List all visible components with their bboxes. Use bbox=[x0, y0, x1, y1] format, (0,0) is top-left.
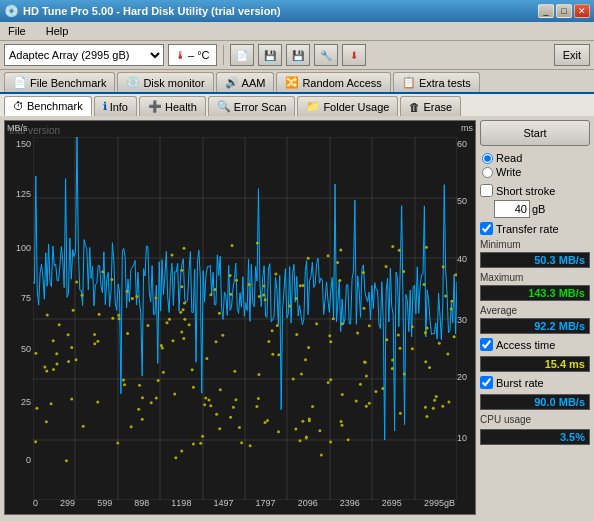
tab-random-access[interactable]: 🔀 Random Access bbox=[276, 72, 390, 92]
y-right-10: 10 bbox=[457, 433, 467, 443]
y-label-50: 50 bbox=[21, 344, 31, 354]
y-label-150: 150 bbox=[16, 139, 31, 149]
cpu-usage-value: 3.5% bbox=[480, 429, 590, 445]
y-label-75: 75 bbox=[21, 293, 31, 303]
tab-erase[interactable]: 🗑 Erase bbox=[400, 96, 461, 116]
disk-monitor-icon: 💿 bbox=[126, 76, 140, 89]
title-bar: 💿 HD Tune Pro 5.00 - Hard Disk Utility (… bbox=[0, 0, 594, 22]
y-label-100: 100 bbox=[16, 243, 31, 253]
toolbar-btn5[interactable]: ⬇ bbox=[342, 44, 366, 66]
mbs-label: MB/s bbox=[7, 123, 28, 133]
minimum-label: Minimum bbox=[480, 239, 590, 250]
toolbar: Adaptec Array (2995 gB) 🌡 – °C 📄 💾 💾 🔧 ⬇… bbox=[0, 41, 594, 70]
tab-info[interactable]: ℹ Info bbox=[94, 96, 137, 116]
spin-unit-label: gB bbox=[532, 203, 545, 215]
extra-tests-icon: 📋 bbox=[402, 76, 416, 89]
sidebar: Start Read Write Short stroke gB bbox=[480, 120, 590, 515]
x-label-2995: 2995gB bbox=[424, 498, 455, 514]
temp-value: – °C bbox=[188, 49, 210, 61]
menu-file[interactable]: File bbox=[4, 24, 30, 38]
toolbar-separator bbox=[223, 45, 224, 65]
toolbar-btn3[interactable]: 💾 bbox=[286, 44, 310, 66]
file-benchmark-icon: 📄 bbox=[13, 76, 27, 89]
x-label-2396: 2396 bbox=[340, 498, 360, 514]
tabs-row1: 📄 File Benchmark 💿 Disk monitor 🔊 AAM 🔀 … bbox=[0, 70, 594, 92]
toolbar-btn4[interactable]: 🔧 bbox=[314, 44, 338, 66]
tab-folder-usage[interactable]: 📁 Folder Usage bbox=[297, 96, 398, 116]
short-stroke-row: Short stroke bbox=[480, 184, 590, 197]
options-group: Short stroke gB bbox=[480, 184, 590, 218]
maximum-label: Maximum bbox=[480, 272, 590, 283]
read-label: Read bbox=[496, 152, 522, 164]
benchmark-icon: ⏱ bbox=[13, 100, 24, 112]
read-radio[interactable] bbox=[482, 153, 493, 164]
transfer-rate-row: Transfer rate bbox=[480, 222, 590, 235]
menu-bar: File Help bbox=[0, 22, 594, 41]
cpu-usage-label: CPU usage bbox=[480, 414, 590, 425]
spin-row: gB bbox=[494, 200, 590, 218]
x-label-1497: 1497 bbox=[213, 498, 233, 514]
maximize-button[interactable]: □ bbox=[556, 4, 572, 18]
random-access-icon: 🔀 bbox=[285, 76, 299, 89]
y-right-30: 30 bbox=[457, 315, 467, 325]
toolbar-btn2[interactable]: 💾 bbox=[258, 44, 282, 66]
minimum-block: Minimum 50.3 MB/s bbox=[480, 239, 590, 268]
y-label-0: 0 bbox=[26, 455, 31, 465]
title-bar-controls: _ □ ✕ bbox=[538, 4, 590, 18]
exit-button[interactable]: Exit bbox=[554, 44, 590, 66]
average-value: 92.2 MB/s bbox=[480, 318, 590, 334]
spin-input[interactable] bbox=[494, 200, 530, 218]
y-axis-right: 60 50 40 30 20 10 bbox=[455, 139, 475, 498]
short-stroke-checkbox[interactable] bbox=[480, 184, 493, 197]
write-radio[interactable] bbox=[482, 167, 493, 178]
burst-rate-checkbox[interactable] bbox=[480, 376, 493, 389]
access-time-row: Access time bbox=[480, 338, 590, 351]
y-right-60: 60 bbox=[457, 139, 467, 149]
chart-area: trial version 150 125 100 75 50 25 0 MB/… bbox=[4, 120, 476, 515]
write-radio-row: Write bbox=[482, 166, 588, 178]
thermometer-icon: 🌡 bbox=[175, 49, 186, 61]
tab-error-scan[interactable]: 🔍 Error Scan bbox=[208, 96, 296, 116]
app-icon: 💿 bbox=[4, 4, 19, 18]
toolbar-btn1[interactable]: 📄 bbox=[230, 44, 254, 66]
short-stroke-label: Short stroke bbox=[496, 185, 555, 197]
tabs-row2: ⏱ Benchmark ℹ Info ➕ Health 🔍 Error Scan… bbox=[0, 92, 594, 116]
error-scan-icon: 🔍 bbox=[217, 100, 231, 113]
x-label-1198: 1198 bbox=[171, 498, 191, 514]
tab-aam[interactable]: 🔊 AAM bbox=[216, 72, 275, 92]
maximum-block: Maximum 143.3 MB/s bbox=[480, 272, 590, 301]
tab-benchmark[interactable]: ⏱ Benchmark bbox=[4, 96, 92, 116]
maximum-value: 143.3 MB/s bbox=[480, 285, 590, 301]
title-bar-text: 💿 HD Tune Pro 5.00 - Hard Disk Utility (… bbox=[4, 4, 281, 18]
write-label: Write bbox=[496, 166, 521, 178]
burst-rate-value: 90.0 MB/s bbox=[480, 394, 590, 410]
y-label-25: 25 bbox=[21, 397, 31, 407]
tab-health[interactable]: ➕ Health bbox=[139, 96, 206, 116]
y-label-125: 125 bbox=[16, 189, 31, 199]
x-label-2096: 2096 bbox=[298, 498, 318, 514]
health-icon: ➕ bbox=[148, 100, 162, 113]
menu-help[interactable]: Help bbox=[42, 24, 73, 38]
tab-file-benchmark[interactable]: 📄 File Benchmark bbox=[4, 72, 115, 92]
transfer-rate-label: Transfer rate bbox=[496, 223, 559, 235]
close-button[interactable]: ✕ bbox=[574, 4, 590, 18]
access-time-value: 15.4 ms bbox=[480, 356, 590, 372]
x-label-2695: 2695 bbox=[382, 498, 402, 514]
access-time-label: Access time bbox=[496, 339, 555, 351]
burst-rate-label: Burst rate bbox=[496, 377, 544, 389]
transfer-rate-checkbox[interactable] bbox=[480, 222, 493, 235]
drive-select[interactable]: Adaptec Array (2995 gB) bbox=[4, 44, 164, 66]
access-time-checkbox[interactable] bbox=[480, 338, 493, 351]
burst-rate-row: Burst rate bbox=[480, 376, 590, 389]
aam-icon: 🔊 bbox=[225, 76, 239, 89]
minimize-button[interactable]: _ bbox=[538, 4, 554, 18]
tab-extra-tests[interactable]: 📋 Extra tests bbox=[393, 72, 480, 92]
y-right-20: 20 bbox=[457, 372, 467, 382]
tab-disk-monitor[interactable]: 💿 Disk monitor bbox=[117, 72, 213, 92]
info-icon: ℹ bbox=[103, 100, 107, 113]
read-radio-row: Read bbox=[482, 152, 588, 164]
start-button[interactable]: Start bbox=[480, 120, 590, 146]
minimum-value: 50.3 MB/s bbox=[480, 252, 590, 268]
read-write-group: Read Write bbox=[480, 150, 590, 180]
temp-display: 🌡 – °C bbox=[168, 44, 217, 66]
